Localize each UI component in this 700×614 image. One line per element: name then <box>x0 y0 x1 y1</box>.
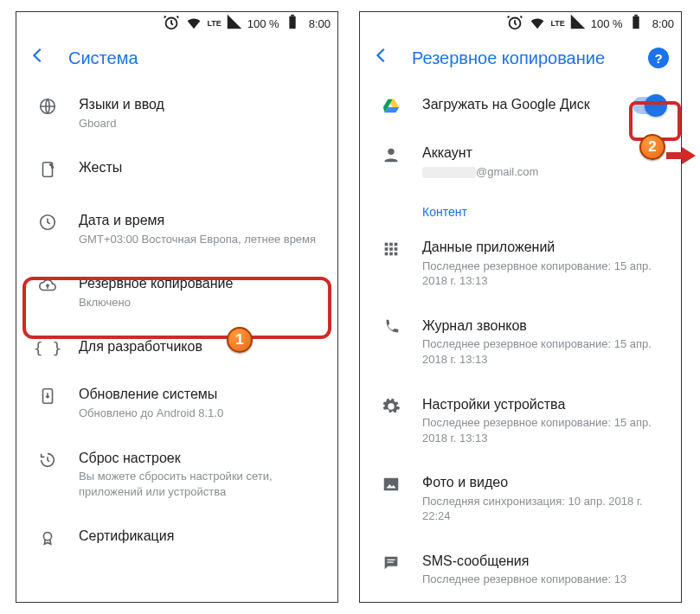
item-title: Данные приложений <box>422 238 665 257</box>
google-drive-icon <box>382 97 401 116</box>
item-title: Аккаунт <box>422 144 665 163</box>
svg-rect-1 <box>289 16 295 29</box>
item-developer[interactable]: { } Для разработчиков <box>16 323 337 371</box>
svg-rect-23 <box>384 478 399 491</box>
settings-list: Языки и ввод Gboard Жесты Дата и время G… <box>16 81 337 566</box>
lte-label: LTE <box>550 19 564 28</box>
redacted-email-user <box>422 167 476 178</box>
svg-rect-19 <box>395 247 398 251</box>
item-title: Настройки устройства <box>422 395 665 414</box>
signal-icon <box>568 13 588 35</box>
update-icon <box>38 387 57 410</box>
svg-rect-11 <box>633 16 639 29</box>
item-sub: Последнее резервное копирование: 15 апр.… <box>422 415 665 445</box>
item-title: Загружать на Google Диск <box>422 95 626 114</box>
item-sub: GMT+03:00 Восточная Европа, летнее время <box>79 232 322 247</box>
app-bar: Система <box>16 35 337 81</box>
braces-icon: { } <box>34 339 62 357</box>
item-title: Фото и видео <box>422 473 665 492</box>
svg-rect-2 <box>291 14 294 16</box>
item-title: Дата и время <box>79 211 322 230</box>
signal-icon <box>225 13 244 35</box>
item-backup[interactable]: Резервное копирование Включено <box>16 260 337 323</box>
cloud-upload-icon <box>38 276 57 299</box>
svg-rect-18 <box>389 247 393 251</box>
status-bar: LTE 100 % 8:00 <box>360 12 681 35</box>
help-icon[interactable]: ? <box>648 48 669 68</box>
image-icon <box>382 475 401 498</box>
item-update[interactable]: Обновление системы Обновлено до Android … <box>16 371 337 434</box>
item-backup-to-drive[interactable]: Загружать на Google Диск <box>360 81 681 130</box>
svg-rect-16 <box>395 243 398 246</box>
svg-rect-12 <box>634 14 638 16</box>
item-sub: Последнее резервное копирование: 15 апр.… <box>422 336 665 367</box>
app-bar: Резервное копирование ? <box>360 35 681 81</box>
annotation-arrow-head <box>682 147 696 164</box>
item-sub: Включено <box>79 295 322 310</box>
item-sub: Обновлено до Android 8.1.0 <box>79 406 322 421</box>
back-icon[interactable] <box>372 46 391 70</box>
globe-icon <box>38 97 57 120</box>
item-sub: Gboard <box>79 116 322 131</box>
phone-right: LTE 100 % 8:00 Резервное копирование ? З… <box>359 11 682 603</box>
message-icon <box>382 553 401 577</box>
svg-point-13 <box>388 149 394 155</box>
wifi-icon <box>184 13 203 35</box>
wifi-icon <box>528 13 547 35</box>
item-languages[interactable]: Языки и ввод Gboard <box>16 81 337 144</box>
item-sub: Вы можете сбросить настройки сети, прило… <box>79 469 322 499</box>
back-icon[interactable] <box>29 46 48 70</box>
item-call-log[interactable]: Журнал звонков Последнее резервное копир… <box>360 303 681 381</box>
item-device-settings[interactable]: Настройки устройства Последнее резервное… <box>360 381 681 460</box>
apps-icon <box>382 240 401 263</box>
restore-icon <box>38 451 57 474</box>
svg-rect-22 <box>395 253 398 256</box>
lte-label: LTE <box>207 19 221 28</box>
item-sms[interactable]: SMS-сообщения Последнее резервное копиро… <box>360 538 681 601</box>
item-gestures[interactable]: Жесты <box>16 144 337 197</box>
phone-left: LTE 100 % 8:00 Система Языки и ввод Gboa… <box>16 11 338 603</box>
svg-rect-21 <box>389 253 393 256</box>
backup-list: Загружать на Google Диск Аккаунт @gmail.… <box>360 81 681 601</box>
svg-rect-20 <box>385 253 389 256</box>
clock-icon <box>38 213 57 236</box>
item-title: Жесты <box>79 158 322 177</box>
alarm-icon <box>162 13 181 35</box>
item-photos[interactable]: Фото и видео Последняя синхронизация: 10… <box>360 459 681 538</box>
svg-point-6 <box>52 166 54 168</box>
clock-label: 8:00 <box>652 17 674 30</box>
item-certification[interactable]: Сертификация <box>16 513 337 566</box>
item-title: Сертификация <box>79 527 322 546</box>
page-title: Система <box>68 48 325 68</box>
item-title: Журнал звонков <box>422 317 665 336</box>
item-app-data[interactable]: Данные приложений Последнее резервное ко… <box>360 224 681 303</box>
content-header: Контент <box>360 193 681 224</box>
svg-rect-14 <box>385 243 389 246</box>
account-email: @gmail.com <box>422 164 665 180</box>
item-reset[interactable]: Сброс настроек Вы можете сбросить настро… <box>16 435 337 514</box>
item-sub: Последнее резервное копирование: 15 апр.… <box>422 259 665 289</box>
backup-toggle[interactable] <box>633 97 665 114</box>
gestures-icon <box>38 160 57 183</box>
battery-label: 100 % <box>247 17 279 30</box>
status-bar: LTE 100 % 8:00 <box>16 12 337 35</box>
svg-point-9 <box>43 533 51 540</box>
item-sub: Последняя синхронизация: 10 апр. 2018 г.… <box>422 494 665 524</box>
phone-icon <box>382 318 401 342</box>
item-sub: Последнее резервное копирование: 13 <box>422 572 665 587</box>
account-icon <box>382 145 401 169</box>
item-title: Сброс настроек <box>79 449 322 468</box>
battery-icon <box>283 13 302 35</box>
clock-label: 8:00 <box>309 17 331 30</box>
item-datetime[interactable]: Дата и время GMT+03:00 Восточная Европа,… <box>16 197 337 260</box>
svg-point-5 <box>50 164 52 166</box>
certificate-icon <box>38 528 57 552</box>
item-title: Резервное копирование <box>79 274 322 293</box>
svg-rect-17 <box>385 247 389 251</box>
gear-icon <box>382 397 401 420</box>
battery-icon <box>626 13 645 35</box>
page-title: Резервное копирование <box>412 48 627 68</box>
item-title: Для разработчиков <box>79 337 322 356</box>
item-account[interactable]: Аккаунт @gmail.com <box>360 130 681 193</box>
item-title: SMS-сообщения <box>422 552 665 571</box>
